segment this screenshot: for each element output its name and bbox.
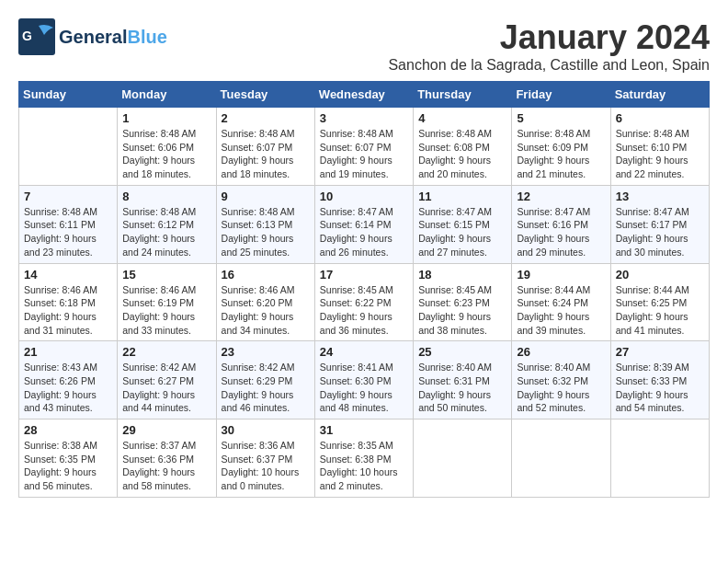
day-number: 31 bbox=[320, 423, 408, 437]
cell-content: Sunrise: 8:47 AMSunset: 6:17 PMDaylight:… bbox=[616, 205, 704, 259]
calendar-week-row: 1Sunrise: 8:48 AMSunset: 6:06 PMDaylight… bbox=[19, 108, 710, 186]
day-number: 7 bbox=[24, 190, 112, 203]
calendar-cell: 5Sunrise: 8:48 AMSunset: 6:09 PMDaylight… bbox=[512, 108, 610, 186]
cell-content: Sunrise: 8:48 AMSunset: 6:12 PMDaylight:… bbox=[122, 205, 210, 259]
calendar-cell: 15Sunrise: 8:46 AMSunset: 6:19 PMDayligh… bbox=[118, 263, 216, 341]
day-number: 28 bbox=[24, 423, 112, 437]
logo-icon: G bbox=[18, 18, 55, 55]
day-number: 4 bbox=[418, 111, 506, 125]
cell-content: Sunrise: 8:48 AMSunset: 6:07 PMDaylight:… bbox=[320, 127, 408, 181]
calendar-cell bbox=[512, 419, 610, 498]
calendar-cell: 31Sunrise: 8:35 AMSunset: 6:38 PMDayligh… bbox=[314, 419, 413, 498]
logo-general: General bbox=[59, 27, 127, 47]
day-number: 19 bbox=[517, 268, 605, 282]
day-number: 22 bbox=[122, 345, 210, 359]
calendar-cell: 29Sunrise: 8:37 AMSunset: 6:36 PMDayligh… bbox=[118, 419, 216, 498]
cell-content: Sunrise: 8:37 AMSunset: 6:36 PMDaylight:… bbox=[122, 439, 210, 493]
calendar-week-row: 21Sunrise: 8:43 AMSunset: 6:26 PMDayligh… bbox=[19, 341, 710, 419]
cell-content: Sunrise: 8:40 AMSunset: 6:32 PMDaylight:… bbox=[517, 361, 605, 415]
cell-content: Sunrise: 8:42 AMSunset: 6:27 PMDaylight:… bbox=[122, 361, 210, 415]
day-number: 14 bbox=[24, 268, 112, 282]
cell-content: Sunrise: 8:46 AMSunset: 6:18 PMDaylight:… bbox=[24, 283, 112, 338]
cell-content: Sunrise: 8:48 AMSunset: 6:13 PMDaylight:… bbox=[222, 205, 310, 259]
calendar-cell bbox=[19, 108, 118, 186]
calendar-cell bbox=[414, 419, 512, 498]
day-number: 25 bbox=[418, 345, 506, 359]
cell-content: Sunrise: 8:47 AMSunset: 6:14 PMDaylight:… bbox=[320, 205, 408, 259]
day-number: 2 bbox=[222, 111, 310, 125]
header-saturday: Saturday bbox=[610, 82, 709, 108]
calendar-week-row: 7Sunrise: 8:48 AMSunset: 6:11 PMDaylight… bbox=[19, 185, 710, 263]
page-header: G GeneralBlue January 2024 Sanchon de la… bbox=[18, 18, 710, 74]
day-number: 29 bbox=[122, 423, 210, 437]
header-wednesday: Wednesday bbox=[314, 82, 413, 108]
cell-content: Sunrise: 8:48 AMSunset: 6:11 PMDaylight:… bbox=[24, 205, 112, 259]
calendar-cell: 20Sunrise: 8:44 AMSunset: 6:25 PMDayligh… bbox=[610, 263, 709, 341]
calendar-cell: 8Sunrise: 8:48 AMSunset: 6:12 PMDaylight… bbox=[118, 185, 216, 263]
cell-content: Sunrise: 8:47 AMSunset: 6:16 PMDaylight:… bbox=[517, 205, 605, 259]
calendar-cell: 16Sunrise: 8:46 AMSunset: 6:20 PMDayligh… bbox=[216, 263, 314, 341]
cell-content: Sunrise: 8:39 AMSunset: 6:33 PMDaylight:… bbox=[616, 361, 704, 415]
calendar-cell: 17Sunrise: 8:45 AMSunset: 6:22 PMDayligh… bbox=[314, 263, 413, 341]
calendar-cell: 11Sunrise: 8:47 AMSunset: 6:15 PMDayligh… bbox=[414, 185, 512, 263]
calendar-cell: 10Sunrise: 8:47 AMSunset: 6:14 PMDayligh… bbox=[314, 185, 413, 263]
calendar-cell: 27Sunrise: 8:39 AMSunset: 6:33 PMDayligh… bbox=[610, 341, 709, 419]
cell-content: Sunrise: 8:43 AMSunset: 6:26 PMDaylight:… bbox=[24, 361, 112, 415]
calendar-header-row: Sunday Monday Tuesday Wednesday Thursday… bbox=[19, 82, 710, 108]
calendar-cell: 1Sunrise: 8:48 AMSunset: 6:06 PMDaylight… bbox=[118, 108, 216, 186]
day-number: 20 bbox=[616, 268, 704, 282]
calendar-cell: 23Sunrise: 8:42 AMSunset: 6:29 PMDayligh… bbox=[216, 341, 314, 419]
location-title: Sanchon de la Sagrada, Castille and Leon… bbox=[388, 57, 710, 74]
day-number: 16 bbox=[222, 268, 310, 282]
day-number: 5 bbox=[517, 111, 605, 125]
calendar-cell: 24Sunrise: 8:41 AMSunset: 6:30 PMDayligh… bbox=[314, 341, 413, 419]
calendar-cell: 2Sunrise: 8:48 AMSunset: 6:07 PMDaylight… bbox=[216, 108, 314, 186]
calendar-cell: 7Sunrise: 8:48 AMSunset: 6:11 PMDaylight… bbox=[19, 185, 118, 263]
calendar-week-row: 28Sunrise: 8:38 AMSunset: 6:35 PMDayligh… bbox=[19, 419, 710, 498]
calendar-cell: 22Sunrise: 8:42 AMSunset: 6:27 PMDayligh… bbox=[118, 341, 216, 419]
month-title: January 2024 bbox=[388, 18, 710, 57]
cell-content: Sunrise: 8:36 AMSunset: 6:37 PMDaylight:… bbox=[222, 439, 310, 493]
calendar-cell: 9Sunrise: 8:48 AMSunset: 6:13 PMDaylight… bbox=[216, 185, 314, 263]
header-sunday: Sunday bbox=[19, 82, 118, 108]
cell-content: Sunrise: 8:44 AMSunset: 6:25 PMDaylight:… bbox=[616, 283, 704, 338]
calendar-cell: 4Sunrise: 8:48 AMSunset: 6:08 PMDaylight… bbox=[414, 108, 512, 186]
day-number: 13 bbox=[616, 190, 704, 203]
cell-content: Sunrise: 8:38 AMSunset: 6:35 PMDaylight:… bbox=[24, 439, 112, 493]
day-number: 11 bbox=[418, 190, 506, 203]
calendar-table: Sunday Monday Tuesday Wednesday Thursday… bbox=[18, 81, 710, 498]
header-monday: Monday bbox=[118, 82, 216, 108]
day-number: 12 bbox=[517, 190, 605, 203]
day-number: 6 bbox=[616, 111, 704, 125]
calendar-cell: 14Sunrise: 8:46 AMSunset: 6:18 PMDayligh… bbox=[19, 263, 118, 341]
calendar-cell: 3Sunrise: 8:48 AMSunset: 6:07 PMDaylight… bbox=[314, 108, 413, 186]
cell-content: Sunrise: 8:45 AMSunset: 6:22 PMDaylight:… bbox=[320, 283, 408, 338]
day-number: 9 bbox=[222, 190, 310, 203]
calendar-cell: 19Sunrise: 8:44 AMSunset: 6:24 PMDayligh… bbox=[512, 263, 610, 341]
cell-content: Sunrise: 8:46 AMSunset: 6:19 PMDaylight:… bbox=[122, 283, 210, 338]
calendar-cell: 13Sunrise: 8:47 AMSunset: 6:17 PMDayligh… bbox=[610, 185, 709, 263]
cell-content: Sunrise: 8:48 AMSunset: 6:08 PMDaylight:… bbox=[418, 127, 506, 181]
cell-content: Sunrise: 8:44 AMSunset: 6:24 PMDaylight:… bbox=[517, 283, 605, 338]
calendar-week-row: 14Sunrise: 8:46 AMSunset: 6:18 PMDayligh… bbox=[19, 263, 710, 341]
day-number: 24 bbox=[320, 345, 408, 359]
day-number: 26 bbox=[517, 345, 605, 359]
day-number: 18 bbox=[418, 268, 506, 282]
logo-blue: Blue bbox=[127, 27, 166, 47]
calendar-cell: 28Sunrise: 8:38 AMSunset: 6:35 PMDayligh… bbox=[19, 419, 118, 498]
day-number: 23 bbox=[222, 345, 310, 359]
day-number: 3 bbox=[320, 111, 408, 125]
day-number: 30 bbox=[222, 423, 310, 437]
day-number: 21 bbox=[24, 345, 112, 359]
cell-content: Sunrise: 8:46 AMSunset: 6:20 PMDaylight:… bbox=[222, 283, 310, 338]
calendar-cell: 18Sunrise: 8:45 AMSunset: 6:23 PMDayligh… bbox=[414, 263, 512, 341]
day-number: 17 bbox=[320, 268, 408, 282]
cell-content: Sunrise: 8:40 AMSunset: 6:31 PMDaylight:… bbox=[418, 361, 506, 415]
cell-content: Sunrise: 8:48 AMSunset: 6:09 PMDaylight:… bbox=[517, 127, 605, 181]
day-number: 27 bbox=[616, 345, 704, 359]
day-number: 1 bbox=[122, 111, 210, 125]
cell-content: Sunrise: 8:42 AMSunset: 6:29 PMDaylight:… bbox=[222, 361, 310, 415]
cell-content: Sunrise: 8:41 AMSunset: 6:30 PMDaylight:… bbox=[320, 361, 408, 415]
cell-content: Sunrise: 8:45 AMSunset: 6:23 PMDaylight:… bbox=[418, 283, 506, 338]
calendar-cell bbox=[610, 419, 709, 498]
